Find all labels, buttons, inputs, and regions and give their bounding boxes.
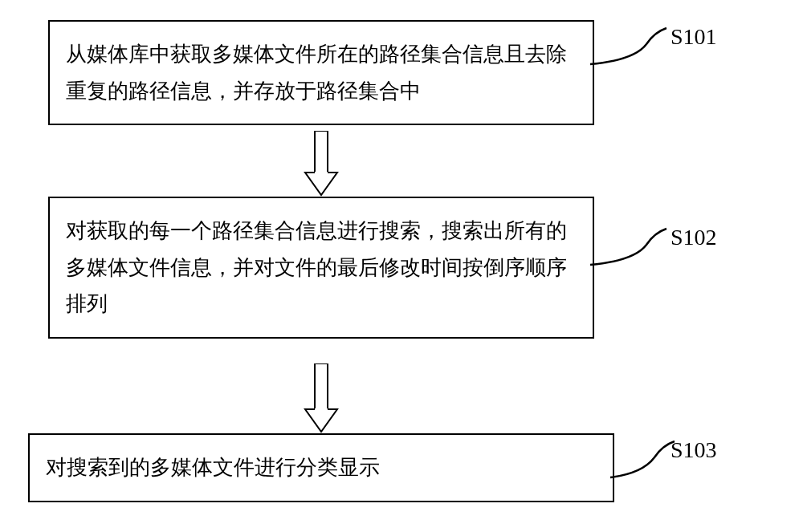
step-label-2: S102 xyxy=(671,225,717,250)
svg-marker-1 xyxy=(305,173,337,195)
flow-step-1-text: 从媒体库中获取多媒体文件所在的路径集合信息且去除重复的路径信息，并存放于路径集合… xyxy=(66,43,567,103)
arrow-down-2 xyxy=(302,363,340,433)
flow-step-3: 对搜索到的多媒体文件进行分类显示 xyxy=(28,433,614,502)
step-label-1: S101 xyxy=(671,24,717,50)
step-label-3: S103 xyxy=(671,437,717,463)
connector-curve-1 xyxy=(586,24,679,68)
arrow-down-1 xyxy=(302,131,340,197)
flow-step-3-text: 对搜索到的多媒体文件进行分类显示 xyxy=(46,456,380,479)
flow-step-1: 从媒体库中获取多媒体文件所在的路径集合信息且去除重复的路径信息，并存放于路径集合… xyxy=(48,20,594,125)
connector-curve-2 xyxy=(586,225,679,269)
svg-marker-4 xyxy=(305,409,337,432)
flow-step-2: 对获取的每一个路径集合信息进行搜索，搜索出所有的多媒体文件信息，并对文件的最后修… xyxy=(48,197,594,339)
connector-curve-3 xyxy=(606,437,679,481)
flow-step-2-text: 对获取的每一个路径集合信息进行搜索，搜索出所有的多媒体文件信息，并对文件的最后修… xyxy=(66,219,567,315)
svg-rect-3 xyxy=(315,363,328,409)
svg-rect-0 xyxy=(315,131,328,173)
flowchart-container: 从媒体库中获取多媒体文件所在的路径集合信息且去除重复的路径信息，并存放于路径集合… xyxy=(0,0,803,532)
